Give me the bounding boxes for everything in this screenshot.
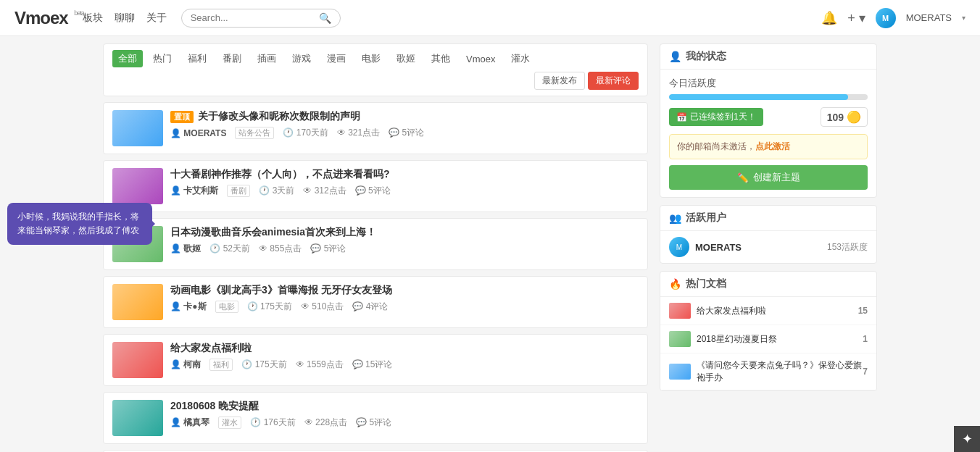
- beta-badge: beta: [74, 9, 84, 17]
- category-tab-3[interactable]: 番剧: [217, 50, 247, 67]
- post-title[interactable]: 置顶关于修改头像和昵称次数限制的声明: [170, 110, 639, 123]
- email-warning-text: 你的邮箱尚未激活，: [677, 141, 755, 151]
- post-time: 🕐 175天前: [241, 359, 286, 371]
- bell-icon[interactable]: 🔔: [821, 10, 837, 26]
- create-topic-button[interactable]: ✏️ 创建新主题: [669, 165, 868, 190]
- tooltip-text: 小时候，我妈说我的手指长，将来能当钢琴家，然后我成了傅农: [17, 212, 139, 235]
- tooltip-bubble: 小时候，我妈说我的手指长，将来能当钢琴家，然后我成了傅农: [7, 203, 152, 245]
- category-bar: 全部热门福利番剧插画游戏漫画电影歌姬其他Vmoex灌水 最新发布 最新评论: [103, 43, 648, 96]
- post-author[interactable]: 👤 卡艾利斯: [170, 185, 218, 197]
- active-user-score: 153活跃度: [827, 241, 868, 254]
- hot-doc-row[interactable]: 《请问您今天要来点兔子吗？》保登心爱旗袍手办7: [660, 353, 876, 390]
- post-title-text: 日本动漫歌曲音乐会animesia首次来到上海！: [170, 226, 376, 239]
- nav-about[interactable]: 关于: [146, 12, 167, 25]
- category-tab-9[interactable]: 其他: [425, 50, 456, 67]
- post-tag[interactable]: 福利: [209, 359, 233, 371]
- nav-board[interactable]: 板块: [83, 12, 103, 25]
- hot-doc-title: 给大家发点福利啦: [697, 305, 766, 317]
- category-tab-4[interactable]: 插画: [252, 50, 282, 67]
- post-tag[interactable]: 电影: [215, 301, 238, 313]
- category-tab-8[interactable]: 歌姬: [391, 50, 421, 67]
- my-status-header: 👤 我的状态: [660, 44, 876, 70]
- post-meta: 👤 橘真琴灌水🕐 176天前👁 228点击💬 5评论: [170, 417, 639, 429]
- category-tab-0[interactable]: 全部: [112, 50, 143, 67]
- sf-button[interactable]: ✦: [954, 426, 980, 452]
- hot-doc-title: 《请问您今天要来点兔子吗？》保登心爱旗袍手办: [697, 359, 863, 384]
- post-author[interactable]: 👤 歌姬: [170, 243, 201, 255]
- hot-docs-list: 给大家发点福利啦152018星幻动漫夏日祭1《请问您今天要来点兔子吗？》保登心爱…: [660, 297, 876, 390]
- post-tag[interactable]: 灌水: [218, 417, 241, 429]
- left-col: 全部热门福利番剧插画游戏漫画电影歌姬其他Vmoex灌水 最新发布 最新评论 置顶…: [103, 43, 648, 452]
- category-tab-1[interactable]: 热门: [147, 50, 178, 67]
- post-title-text: 给大家发点福利啦: [170, 342, 252, 355]
- post-time: 🕐 170天前: [283, 127, 328, 139]
- email-activate-link[interactable]: 点此激活: [755, 141, 790, 151]
- post-comments: 💬 5评论: [355, 185, 391, 197]
- post-views: 👁 510点击: [301, 301, 344, 313]
- sort-latest-post[interactable]: 最新发布: [534, 72, 585, 90]
- post-time: 🕐 52天前: [209, 243, 250, 255]
- checkin-row: 📅 已连续签到1天！ 109 🟡: [669, 107, 868, 127]
- category-tab-6[interactable]: 漫画: [321, 50, 352, 67]
- logo[interactable]: Vmoex beta: [14, 8, 68, 28]
- email-warning: 你的邮箱尚未激活，点此激活: [669, 134, 868, 159]
- hot-docs-header: 🔥 热门文档: [660, 272, 876, 297]
- my-status-title: 我的状态: [686, 50, 726, 63]
- create-topic-label: 创建新主题: [753, 171, 800, 184]
- hot-doc-count: 7: [863, 367, 868, 377]
- post-time: 🕐 175天前: [247, 301, 292, 313]
- post-title[interactable]: 日本动漫歌曲音乐会animesia首次来到上海！: [170, 226, 639, 239]
- post-title[interactable]: 十大番剧神作推荐（个人向），不点进来看看吗?: [170, 168, 639, 181]
- create-topic-icon: ✏️: [737, 172, 749, 183]
- post-tag[interactable]: 番剧: [227, 185, 250, 197]
- post-item: 置顶关于修改头像和昵称次数限制的声明👤 MOERATS站务公告🕐 170天前👁 …: [103, 102, 648, 154]
- activity-bar-fill: [669, 94, 848, 100]
- category-tab-5[interactable]: 游戏: [286, 50, 317, 67]
- avatar: M: [876, 8, 896, 28]
- user-dropdown-chevron[interactable]: ▾: [962, 14, 966, 22]
- category-tab-7[interactable]: 电影: [356, 50, 386, 67]
- post-item: 十大番剧神作推荐（个人向），不点进来看看吗?👤 卡艾利斯番剧🕐 3天前👁 312…: [103, 160, 648, 212]
- category-tab-11[interactable]: 灌水: [505, 50, 536, 67]
- sort-latest-comment[interactable]: 最新评论: [588, 72, 639, 90]
- post-comments: 💬 5评论: [356, 417, 391, 429]
- plus-button[interactable]: + ▾: [847, 10, 865, 26]
- main-container: 全部热门福利番剧插画游戏漫画电影歌姬其他Vmoex灌水 最新发布 最新评论 置顶…: [91, 36, 889, 452]
- post-thumbnail: [112, 342, 163, 378]
- hot-doc-title: 2018星幻动漫夏日祭: [697, 333, 777, 346]
- post-views: 👁 312点击: [303, 185, 346, 197]
- post-comments: 💬 5评论: [389, 127, 424, 139]
- active-users-list: MMOERATS153活跃度: [660, 231, 876, 263]
- my-status-section: 👤 我的状态 今日活跃度 📅 已连续签到1天！ 109 🟡: [660, 43, 877, 198]
- nav-chat[interactable]: 聊聊: [115, 12, 135, 25]
- post-views: 👁 228点击: [304, 417, 347, 429]
- hot-doc-row[interactable]: 给大家发点福利啦15: [660, 297, 876, 325]
- post-title[interactable]: 给大家发点福利啦: [170, 342, 639, 355]
- search-input[interactable]: [191, 12, 315, 23]
- category-tab-2[interactable]: 福利: [182, 50, 212, 67]
- post-author[interactable]: 👤 橘真琴: [170, 417, 209, 429]
- post-thumbnail: [112, 284, 163, 320]
- hot-doc-row[interactable]: 2018星幻动漫夏日祭1: [660, 325, 876, 353]
- post-title-text: 十大番剧神作推荐（个人向），不点进来看看吗?: [170, 168, 390, 181]
- coin-display: 109 🟡: [821, 107, 868, 127]
- post-author[interactable]: 👤 MOERATS: [170, 128, 226, 138]
- active-user-name[interactable]: MOERATS: [695, 242, 742, 253]
- username-link[interactable]: MOERATS: [906, 12, 952, 23]
- post-title[interactable]: 动画电影《驯龙高手3》首曝海报 无牙仔女友登场: [170, 284, 639, 297]
- post-author[interactable]: 👤 柯南: [170, 359, 201, 371]
- post-item: 20180608 晚安提醒👤 橘真琴灌水🕐 176天前👁 228点击💬 5评论: [103, 392, 648, 444]
- post-views: 👁 855点击: [259, 243, 302, 255]
- hot-docs-title: 热门文档: [686, 277, 726, 290]
- checkin-button[interactable]: 📅 已连续签到1天！: [669, 108, 763, 126]
- search-box[interactable]: 🔍: [181, 9, 341, 28]
- post-tag[interactable]: 站务公告: [235, 127, 274, 139]
- coin-value: 109: [827, 112, 844, 123]
- post-thumbnail: [112, 168, 163, 204]
- activity-title: 今日活跃度: [669, 77, 868, 90]
- posts-container: 置顶关于修改头像和昵称次数限制的声明👤 MOERATS站务公告🕐 170天前👁 …: [103, 102, 648, 452]
- category-tab-10[interactable]: Vmoex: [460, 51, 501, 67]
- post-author[interactable]: 👤 卡●斯: [170, 301, 207, 313]
- post-title[interactable]: 20180608 晚安提醒: [170, 400, 639, 413]
- hot-docs-section: 🔥 热门文档 给大家发点福利啦152018星幻动漫夏日祭1《请问您今天要来点兔子…: [660, 271, 877, 391]
